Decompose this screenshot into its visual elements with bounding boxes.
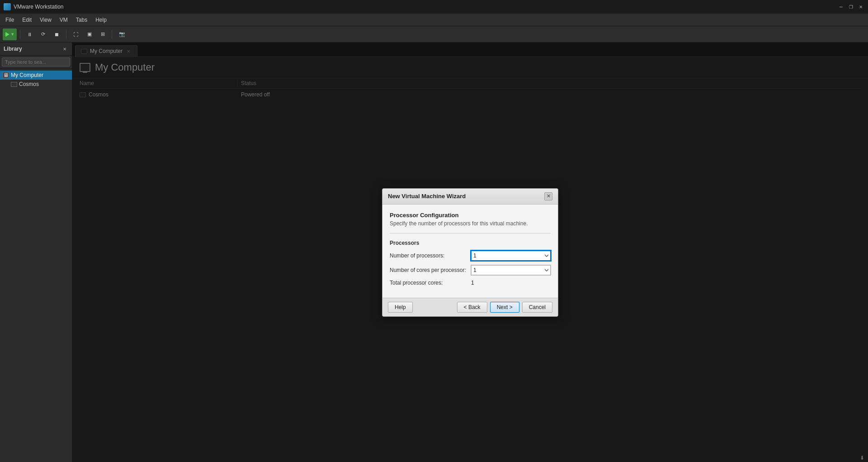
vm-icon [11, 82, 17, 87]
suspend-button[interactable]: ⏸ [24, 29, 36, 40]
restore-button[interactable]: ❐ [847, 3, 854, 10]
help-button[interactable]: Help [388, 302, 413, 313]
sidebar-item-mycomputer[interactable]: 🖥 My Computer [0, 71, 72, 80]
menu-vm[interactable]: VM [56, 15, 71, 25]
snapshot-icon: 📷 [119, 31, 125, 37]
group-label: Processors [390, 240, 551, 246]
section-subtitle: Specify the number of processors for thi… [390, 220, 551, 227]
vmware-app-icon [4, 3, 11, 10]
menubar: File Edit View VM Tabs Help [0, 14, 868, 26]
section-title: Processor Configuration [390, 212, 551, 219]
sidebar-item-cosmos[interactable]: Cosmos [0, 80, 72, 89]
suspend-icon: ⏸ [27, 32, 32, 37]
close-button[interactable]: ✕ [857, 3, 864, 10]
menu-view[interactable]: View [36, 15, 55, 25]
main-area: Library ✕ 🖥 My Computer Cosmos My Comput… [0, 43, 868, 462]
sidebar-tree: 🖥 My Computer Cosmos [0, 69, 72, 90]
play-icon [5, 32, 9, 37]
unity-icon: ▣ [87, 31, 92, 37]
dialog-body: Processor Configuration Specify the numb… [382, 205, 558, 298]
shutdown-button[interactable]: ⏹ [51, 29, 63, 40]
menu-file[interactable]: File [2, 15, 18, 25]
dialog-overlay: New Virtual Machine Wizard ✕ Processor C… [72, 43, 868, 462]
menu-tabs[interactable]: Tabs [72, 15, 91, 25]
minimize-button[interactable]: − [837, 3, 844, 10]
sidebar: Library ✕ 🖥 My Computer Cosmos [0, 43, 72, 462]
processors-label: Number of processors: [390, 252, 471, 259]
dialog-header: New Virtual Machine Wizard ✕ [382, 189, 558, 205]
back-button[interactable]: < Back [457, 302, 487, 313]
sidebar-item-label: My Computer [11, 72, 43, 78]
num-processors-select[interactable]: 1 2 4 8 [471, 251, 551, 261]
dialog-footer: Help < Back Next > Cancel [382, 298, 558, 316]
snapshot-button[interactable]: 📷 [115, 29, 129, 40]
dialog-title: New Virtual Machine Wizard [388, 193, 466, 200]
fitguest-button[interactable]: ⊞ [97, 29, 108, 40]
fullscreen-button[interactable]: ⛶ [70, 29, 82, 40]
computer-icon: 🖥 [3, 72, 9, 78]
dialog-divider [390, 233, 551, 233]
play-button[interactable]: ▾ [3, 29, 17, 40]
sidebar-item-cosmos-label: Cosmos [19, 81, 39, 87]
fitguest-icon: ⊞ [101, 31, 105, 37]
next-button[interactable]: Next > [490, 302, 519, 313]
total-row: Total processor cores: 1 [390, 280, 551, 286]
toolbar: ▾ ⏸ ⟳ ⏹ ⛶ ▣ ⊞ 📷 [0, 26, 868, 43]
wizard-dialog: New Virtual Machine Wizard ✕ Processor C… [382, 188, 558, 317]
total-label: Total processor cores: [390, 280, 471, 286]
footer-right-buttons: < Back Next > Cancel [457, 302, 552, 313]
reset-icon: ⟳ [41, 31, 45, 37]
library-label: Library [4, 46, 22, 52]
search-input[interactable] [2, 57, 70, 67]
processors-control: 1 2 4 8 [471, 251, 551, 261]
shutdown-icon: ⏹ [54, 32, 59, 37]
menu-edit[interactable]: Edit [19, 15, 35, 25]
sidebar-close-button[interactable]: ✕ [61, 45, 68, 52]
menu-help[interactable]: Help [92, 15, 110, 25]
toolbar-separator2 [66, 29, 66, 39]
toolbar-separator [20, 29, 20, 39]
dialog-close-button[interactable]: ✕ [544, 192, 552, 200]
reset-button[interactable]: ⟳ [38, 29, 49, 40]
cores-label: Number of cores per processor: [390, 267, 471, 273]
fullscreen-icon: ⛶ [73, 32, 78, 37]
content-area: My Computer ✕ My Computer Name Status Co… [72, 43, 868, 462]
unity-button[interactable]: ▣ [84, 29, 95, 40]
app-title: VMware Workstation [14, 4, 835, 10]
sidebar-header: Library ✕ [0, 43, 72, 56]
processors-row: Number of processors: 1 2 4 8 [390, 251, 551, 261]
total-value: 1 [471, 280, 474, 286]
toolbar-separator3 [112, 29, 112, 39]
sidebar-search-area [0, 56, 72, 69]
cores-per-processor-select[interactable]: 1 2 4 8 [471, 265, 551, 275]
cores-control: 1 2 4 8 [471, 265, 551, 275]
play-dropdown-icon: ▾ [11, 31, 14, 37]
titlebar: VMware Workstation − ❐ ✕ [0, 0, 868, 14]
cores-row: Number of cores per processor: 1 2 4 8 [390, 265, 551, 275]
cancel-button[interactable]: Cancel [522, 302, 552, 313]
